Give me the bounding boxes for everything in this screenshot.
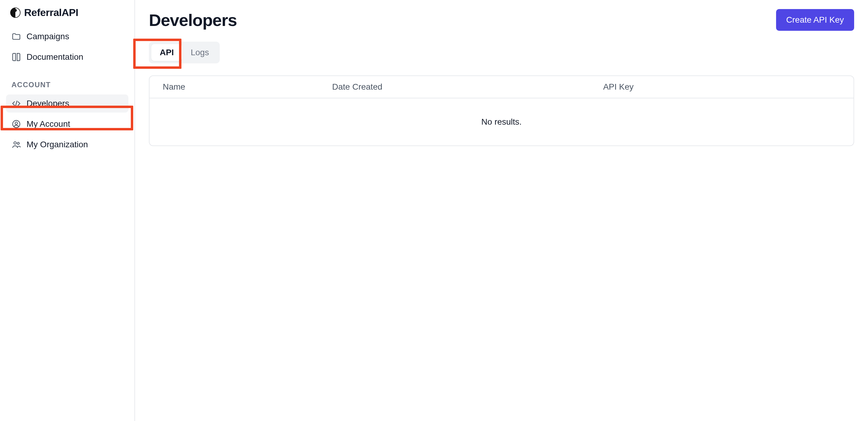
sidebar-item-my-account[interactable]: My Account	[6, 115, 128, 133]
sidebar-item-my-organization[interactable]: My Organization	[6, 136, 128, 153]
user-icon	[11, 119, 21, 129]
book-icon	[11, 52, 21, 62]
table-header-row: Name Date Created API Key	[150, 76, 854, 99]
table-header-api-key: API Key	[603, 82, 840, 92]
table-empty-state: No results.	[150, 99, 854, 145]
folder-icon	[11, 32, 21, 41]
sidebar: ReferralAPI Campaigns Documentation ACCO…	[0, 0, 135, 421]
api-keys-table: Name Date Created API Key No results.	[149, 76, 854, 146]
sidebar-item-label: My Account	[27, 119, 70, 129]
sidebar-item-label: Documentation	[27, 52, 83, 62]
svg-point-4	[15, 122, 18, 124]
tab-logs[interactable]: Logs	[182, 44, 218, 61]
logo[interactable]: ReferralAPI	[6, 7, 128, 27]
logo-text: ReferralAPI	[24, 7, 79, 19]
page-title: Developers	[149, 10, 237, 30]
sidebar-item-label: My Organization	[27, 140, 88, 149]
svg-point-5	[14, 142, 16, 144]
table-header-date-created: Date Created	[332, 82, 603, 92]
sidebar-section-label: ACCOUNT	[6, 68, 128, 94]
create-api-key-button[interactable]: Create API Key	[776, 9, 854, 31]
sidebar-item-campaigns[interactable]: Campaigns	[6, 27, 128, 46]
sidebar-item-developers[interactable]: Developers	[6, 94, 128, 113]
sidebar-item-documentation[interactable]: Documentation	[6, 48, 128, 66]
tab-api[interactable]: API	[151, 44, 182, 61]
svg-point-6	[17, 142, 19, 145]
page-header: Developers Create API Key	[149, 9, 854, 31]
logo-icon	[10, 7, 21, 19]
tabs: API Logs	[149, 41, 220, 63]
svg-point-1	[14, 9, 17, 12]
sidebar-item-label: Developers	[27, 99, 69, 108]
main-content: Developers Create API Key API Logs Name …	[135, 0, 868, 421]
users-icon	[11, 140, 21, 149]
sidebar-item-label: Campaigns	[27, 32, 69, 41]
code-icon	[11, 99, 21, 108]
svg-line-2	[16, 101, 17, 107]
table-header-name: Name	[163, 82, 332, 92]
